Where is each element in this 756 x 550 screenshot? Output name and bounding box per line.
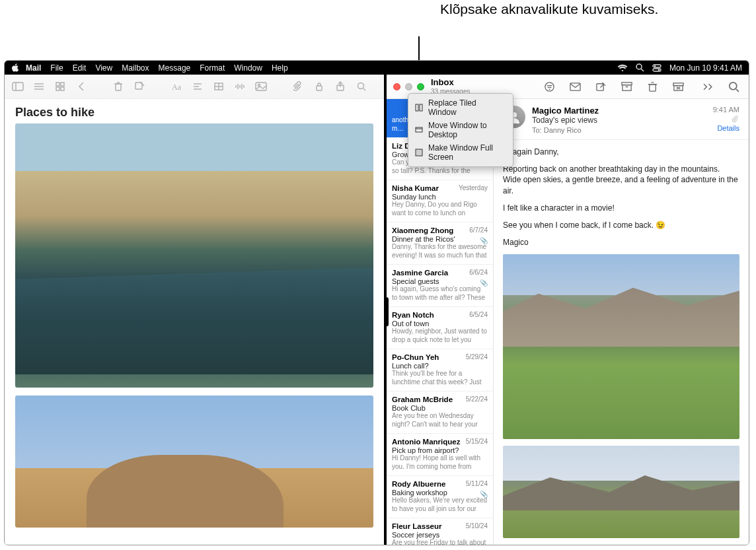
attach-icon[interactable]: [291, 80, 305, 93]
menu-full-screen[interactable]: Make Window Full Screen: [408, 141, 513, 164]
svg-rect-12: [61, 83, 64, 86]
traffic-lights: Replace Tiled Window Move Window to Desk…: [393, 83, 424, 90]
message-row[interactable]: Jasmine Garcia6/6/24 Special guests Hi a…: [387, 265, 493, 307]
message-row[interactable]: Rody Albuerne5/11/24 Baking workshop Hel…: [387, 476, 493, 518]
menu-message[interactable]: Message: [159, 63, 191, 73]
svg-rect-53: [623, 85, 631, 90]
sound-icon[interactable]: [233, 80, 246, 93]
align-icon[interactable]: [191, 80, 204, 93]
envelope-icon[interactable]: [570, 81, 581, 92]
inbox-title: Inbox: [431, 78, 470, 88]
reader-image-2: [503, 446, 739, 538]
message-row[interactable]: Fleur Lasseur5/10/24 Soccer jerseys Are …: [387, 518, 493, 545]
lock-icon[interactable]: [313, 80, 326, 93]
search-icon[interactable]: [355, 80, 368, 93]
attachment-icon: [732, 116, 739, 123]
close-button[interactable]: [393, 83, 400, 90]
menu-help[interactable]: Help: [272, 63, 288, 73]
menu-mailbox[interactable]: Mailbox: [122, 63, 149, 73]
body-p2: Reporting back on another breathtaking d…: [503, 164, 739, 196]
reader-body: Hi again Danny, Reporting back on anothe…: [494, 140, 749, 545]
filter-icon[interactable]: [544, 81, 555, 92]
svg-rect-55: [650, 84, 656, 90]
back-icon[interactable]: [75, 80, 88, 93]
control-center-icon[interactable]: [652, 64, 662, 72]
svg-line-38: [363, 88, 365, 90]
message-row[interactable]: Po-Chun Yeh5/29/24 Lunch call? Think you…: [387, 349, 493, 392]
reader-subject: Today's epic views: [532, 116, 706, 125]
junk-icon[interactable]: [673, 81, 684, 92]
menu-move-desktop[interactable]: Move Window to Desktop: [408, 119, 513, 141]
archive-icon[interactable]: [621, 81, 632, 92]
menu-edit[interactable]: Edit: [73, 63, 87, 73]
svg-line-63: [736, 89, 739, 92]
svg-rect-32: [256, 83, 266, 90]
message-row[interactable]: Ryan Notch6/5/24 Out of town Howdy, neig…: [387, 307, 493, 349]
note-image-2: [15, 395, 373, 528]
media-icon[interactable]: [254, 80, 268, 93]
svg-rect-13: [56, 87, 59, 90]
callout-text: Klõpsake aknavalikute kuvamiseks.: [440, 0, 658, 18]
svg-point-0: [636, 64, 642, 69]
message-row[interactable]: Antonio Manriquez5/15/24 Pick up from ai…: [387, 434, 493, 476]
body-p1: Hi again Danny,: [503, 147, 739, 157]
sidebar-toggle-icon[interactable]: [11, 80, 24, 93]
apple-menu-icon[interactable]: [11, 63, 19, 72]
menu-replace-tiled[interactable]: Replace Tiled Window: [408, 96, 513, 119]
svg-rect-15: [116, 84, 121, 90]
svg-rect-14: [61, 87, 64, 90]
overflow-icon[interactable]: [702, 81, 714, 92]
svg-point-33: [258, 85, 260, 86]
svg-text:Aa: Aa: [172, 83, 182, 91]
trash-icon[interactable]: [112, 80, 125, 93]
svg-rect-11: [56, 83, 59, 86]
share-icon[interactable]: [334, 80, 347, 93]
menu-move-desktop-label: Move Window to Desktop: [428, 121, 506, 139]
minimize-button[interactable]: [405, 83, 412, 90]
menu-clock[interactable]: Mon Jun 10 9:41 AM: [669, 63, 742, 73]
body-p3: I felt like a character in a movie!: [503, 203, 739, 213]
right-toolbar: [544, 81, 739, 92]
message-reader: Magico Martinez Today's epic views To: D…: [494, 99, 749, 545]
list-icon[interactable]: [32, 80, 46, 93]
search-mail-icon[interactable]: [728, 81, 739, 92]
svg-rect-3: [653, 69, 661, 71]
left-window: Aa Places to hike: [5, 75, 387, 545]
svg-point-5: [658, 69, 660, 70]
split-grip[interactable]: [385, 297, 389, 326]
menu-view[interactable]: View: [95, 63, 112, 73]
message-row[interactable]: Nisha KumarYesterday Sunday lunch Hey Da…: [387, 180, 493, 223]
right-titlebar: Replace Tiled Window Move Window to Desk…: [387, 75, 749, 99]
delete-icon[interactable]: [647, 81, 658, 92]
reader-from: Magico Martinez: [532, 106, 706, 116]
body-p5: Magico: [503, 237, 739, 248]
message-row[interactable]: Graham McBride5/22/24 Book Club Are you …: [387, 392, 493, 434]
menu-replace-tiled-label: Replace Tiled Window: [428, 98, 506, 117]
reader-to-label: To:: [532, 126, 542, 134]
svg-point-62: [730, 82, 737, 89]
compose-icon[interactable]: [133, 80, 146, 93]
table-icon[interactable]: [212, 80, 225, 93]
message-row[interactable]: Xiaomeng Zhong6/7/24 Dinner at the Ricos…: [387, 223, 493, 265]
compose-new-icon[interactable]: [595, 81, 607, 92]
spotlight-icon[interactable]: [636, 63, 644, 72]
reader-image-1: [503, 254, 739, 439]
menu-window[interactable]: Window: [234, 63, 262, 73]
menu-full-screen-label: Make Window Full Screen: [428, 143, 506, 162]
font-icon[interactable]: Aa: [170, 80, 183, 93]
menu-format[interactable]: Format: [200, 63, 225, 73]
svg-rect-39: [416, 104, 418, 111]
svg-rect-18: [135, 83, 142, 89]
svg-rect-49: [597, 83, 603, 90]
menu-file[interactable]: File: [50, 63, 63, 73]
svg-point-4: [654, 65, 656, 66]
window-options-menu[interactable]: Replace Tiled Window Move Window to Desk…: [408, 93, 513, 167]
svg-rect-40: [420, 104, 422, 111]
details-link[interactable]: Details: [713, 124, 739, 132]
grid-icon[interactable]: [54, 80, 67, 93]
svg-point-37: [358, 83, 364, 89]
menu-app[interactable]: Mail: [26, 63, 41, 73]
wifi-icon[interactable]: [617, 64, 628, 72]
menu-bar: Mail File Edit View Mailbox Message Form…: [5, 61, 749, 75]
fullscreen-button[interactable]: [417, 83, 424, 90]
